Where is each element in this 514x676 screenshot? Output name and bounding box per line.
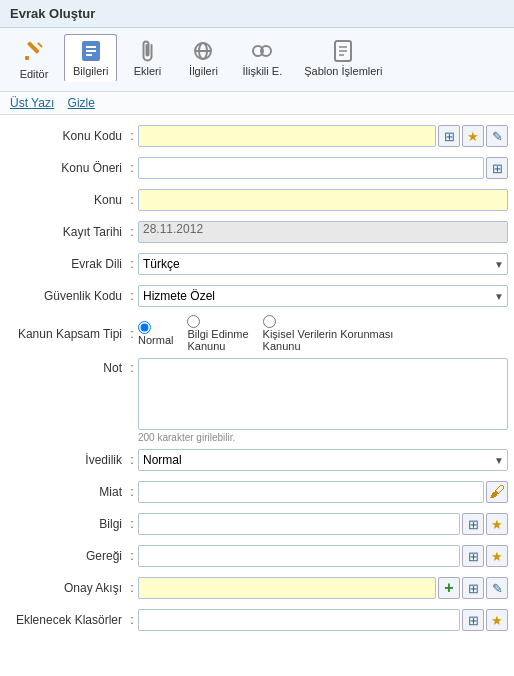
- brush-icon: 🖌: [489, 483, 505, 501]
- kanun-kapsam-radio-group: Normal Bilgi EdinmeKanunu Kişisel Verile…: [138, 315, 508, 352]
- not-row: Not : 200 karakter girilebilir.: [6, 358, 508, 443]
- radio-bilgi-edinme-label: Bilgi EdinmeKanunu: [187, 328, 248, 352]
- konu-kodu-label: Konu Kodu: [6, 129, 126, 143]
- konu-kodu-star-btn[interactable]: ★: [462, 125, 484, 147]
- kanun-kapsam-row: Kanun Kapsam Tipi : Normal Bilgi EdinmeK…: [6, 315, 508, 352]
- guvenlik-kodu-row: Güvenlik Kodu : Hizmete Özel ▼: [6, 283, 508, 309]
- table-icon: ⊞: [468, 613, 479, 628]
- page-title: Evrak Oluştur: [0, 0, 514, 28]
- table-icon: ⊞: [444, 129, 455, 144]
- table-icon: ⊞: [492, 161, 503, 176]
- miat-input[interactable]: [138, 481, 484, 503]
- toolbar-btn-sablon[interactable]: Şablon İşlemleri: [295, 34, 391, 82]
- toolbar-ilgileri-label: İlgileri: [189, 65, 218, 77]
- onay-akisi-plus-btn[interactable]: +: [438, 577, 460, 599]
- konu-oneri-table-btn[interactable]: ⊞: [486, 157, 508, 179]
- konu-oneri-label: Konu Öneri: [6, 161, 126, 175]
- bilgi-label: Bilgi: [6, 517, 126, 531]
- not-area: 200 karakter girilebilir.: [138, 358, 508, 443]
- star-icon: ★: [491, 549, 503, 564]
- eklenecek-klasorler-label: Eklenecek Klasörler: [6, 613, 126, 627]
- svg-rect-0: [25, 56, 29, 60]
- toolbar-ekleri-label: Ekleri: [134, 65, 162, 77]
- geregi-input[interactable]: [138, 545, 460, 567]
- guvenlik-kodu-select[interactable]: Hizmete Özel: [138, 285, 508, 307]
- konu-oneri-input[interactable]: [138, 157, 484, 179]
- link-icon: [191, 39, 215, 65]
- konu-kodu-table-btn[interactable]: ⊞: [438, 125, 460, 147]
- not-label: Not: [6, 358, 126, 375]
- toolbar-iliskili-label: İlişkili E.: [242, 65, 282, 77]
- form-area: Konu Kodu : ⊞ ★ ✎ Konu Öneri : ⊞ Konu : …: [0, 115, 514, 647]
- radio-normal-input[interactable]: [138, 321, 151, 334]
- eklenecek-table-btn[interactable]: ⊞: [462, 609, 484, 631]
- bilgi-star-btn[interactable]: ★: [486, 513, 508, 535]
- table-icon: ⊞: [468, 581, 479, 596]
- radio-kisisel-veriler-label: Kişisel Verilerin KorunmasıKanunu: [263, 328, 394, 352]
- bilgi-row: Bilgi : ⊞ ★: [6, 511, 508, 537]
- toolbar-sablon-label: Şablon İşlemleri: [304, 65, 382, 77]
- toolbar-editor-label: Editör: [20, 68, 49, 80]
- radio-bilgi-edinme: Bilgi EdinmeKanunu: [187, 315, 248, 352]
- toolbar-btn-ilgileri[interactable]: İlgileri: [177, 34, 229, 82]
- onay-akisi-row: Onay Akışı : + ⊞ ✎: [6, 575, 508, 601]
- radio-kisisel-veriler-input[interactable]: [263, 315, 276, 328]
- bilgi-table-btn[interactable]: ⊞: [462, 513, 484, 535]
- toolbar-btn-iliskili[interactable]: İlişkili E.: [233, 34, 291, 82]
- editor-icon: [22, 39, 46, 68]
- eklenecek-star-btn[interactable]: ★: [486, 609, 508, 631]
- miat-row: Miat : 🖌: [6, 479, 508, 505]
- radio-normal-label: Normal: [138, 334, 173, 346]
- toolbar-btn-ekleri[interactable]: Ekleri: [121, 34, 173, 82]
- ust-yazi-link[interactable]: Üst Yazı: [10, 96, 54, 110]
- radio-bilgi-edinme-input[interactable]: [187, 315, 200, 328]
- char-hint: 200 karakter girilebilir.: [138, 432, 508, 443]
- geregi-star-btn[interactable]: ★: [486, 545, 508, 567]
- miat-label: Miat: [6, 485, 126, 499]
- toolbar-btn-editor[interactable]: Editör: [8, 34, 60, 85]
- geregi-table-btn[interactable]: ⊞: [462, 545, 484, 567]
- geregi-label: Gereği: [6, 549, 126, 563]
- bilgi-input[interactable]: [138, 513, 460, 535]
- kayit-tarihi-value: 28.11.2012: [138, 221, 508, 243]
- plus-icon: +: [444, 579, 453, 597]
- eklenecek-klasorler-input[interactable]: [138, 609, 460, 631]
- konu-input[interactable]: [138, 189, 508, 211]
- onay-akisi-table-btn[interactable]: ⊞: [462, 577, 484, 599]
- radio-normal: Normal: [138, 321, 173, 346]
- star-icon: ★: [491, 613, 503, 628]
- eklenecek-klasorler-row: Eklenecek Klasörler : ⊞ ★: [6, 607, 508, 633]
- konu-oneri-row: Konu Öneri : ⊞: [6, 155, 508, 181]
- edit-icon: ✎: [492, 129, 503, 144]
- evrak-dili-label: Evrak Dili: [6, 257, 126, 271]
- guvenlik-kodu-label: Güvenlik Kodu: [6, 289, 126, 303]
- svg-line-2: [38, 43, 42, 47]
- onay-akisi-input[interactable]: [138, 577, 436, 599]
- ivedilik-select[interactable]: Normal: [138, 449, 508, 471]
- onay-akisi-label: Onay Akışı: [6, 581, 126, 595]
- star-icon: ★: [467, 129, 479, 144]
- ivedilik-row: İvedilik : Normal ▼: [6, 447, 508, 473]
- toolbar-btn-bilgileri[interactable]: Bilgileri: [64, 34, 117, 82]
- kayit-tarihi-label: Kayıt Tarihi: [6, 225, 126, 239]
- miat-brush-btn[interactable]: 🖌: [486, 481, 508, 503]
- onay-akisi-edit-btn[interactable]: ✎: [486, 577, 508, 599]
- not-textarea[interactable]: [138, 358, 508, 430]
- edit-icon: ✎: [492, 581, 503, 596]
- evrak-dili-select[interactable]: Türkçe: [138, 253, 508, 275]
- konu-label: Konu: [6, 193, 126, 207]
- geregi-row: Gereği : ⊞ ★: [6, 543, 508, 569]
- bilgileri-icon: [79, 39, 103, 65]
- table-icon: ⊞: [468, 517, 479, 532]
- konu-kodu-input[interactable]: [138, 125, 436, 147]
- table-icon: ⊞: [468, 549, 479, 564]
- kanun-kapsam-label: Kanun Kapsam Tipi: [6, 327, 126, 341]
- ivedilik-label: İvedilik: [6, 453, 126, 467]
- toolbar-bilgileri-label: Bilgileri: [73, 65, 108, 77]
- konu-row: Konu :: [6, 187, 508, 213]
- template-icon: [331, 39, 355, 65]
- clip-icon: [135, 39, 159, 65]
- konu-kodu-edit-btn[interactable]: ✎: [486, 125, 508, 147]
- kayit-tarihi-row: Kayıt Tarihi : 28.11.2012: [6, 219, 508, 245]
- gizle-link[interactable]: Gizle: [68, 96, 95, 110]
